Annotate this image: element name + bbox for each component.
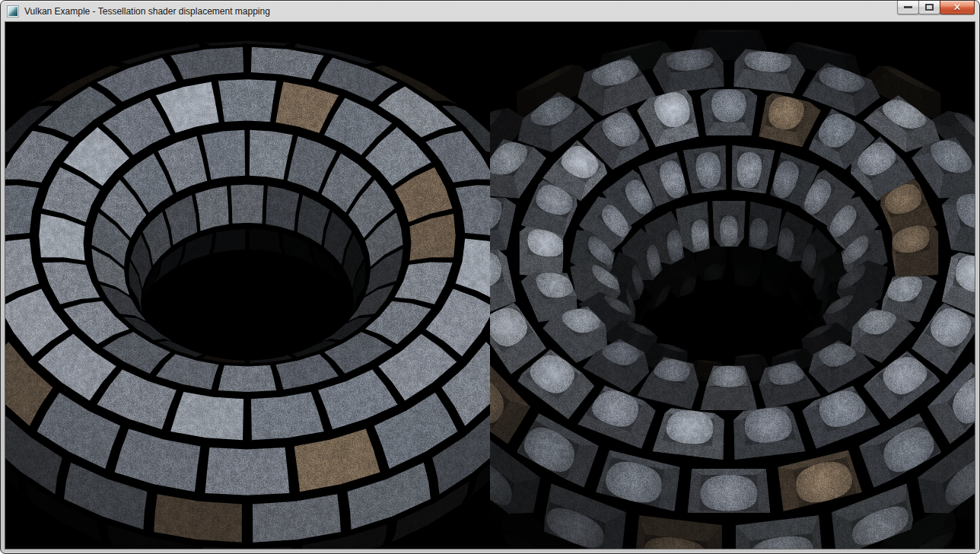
window-controls: ✕ xyxy=(898,1,975,15)
minimize-button[interactable] xyxy=(897,1,919,14)
window-title: Vulkan Example - Tessellation shader dis… xyxy=(24,6,270,17)
close-icon: ✕ xyxy=(953,2,962,12)
app-icon[interactable] xyxy=(7,5,19,18)
titlebar[interactable]: Vulkan Example - Tessellation shader dis… xyxy=(1,1,979,22)
render-viewport xyxy=(5,22,975,549)
vulkan-example-window: Vulkan Example - Tessellation shader dis… xyxy=(0,0,980,554)
render-canvas[interactable] xyxy=(5,22,975,549)
app-icon-glyph xyxy=(8,7,18,16)
minimize-icon xyxy=(904,6,912,8)
close-button[interactable]: ✕ xyxy=(940,1,975,14)
maximize-button[interactable] xyxy=(918,1,940,14)
maximize-icon xyxy=(925,4,934,11)
